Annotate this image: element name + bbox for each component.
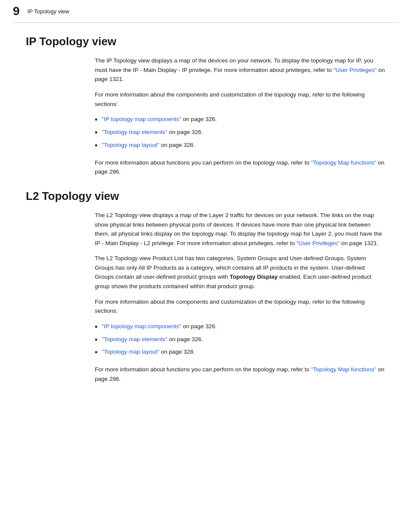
page-container: 9 IP Topology view IP Topology view The … — [0, 0, 411, 532]
ip-bullet-2-text: "Topology map elements" on page 326. — [102, 128, 203, 137]
l2-para-2: The L2 Topology view Product List has tw… — [95, 254, 385, 291]
l2-bullet-2-text: "Topology map elements" on page 326. — [102, 335, 203, 344]
chapter-title-header: IP Topology view — [28, 8, 69, 15]
user-privileges-link-1[interactable]: "User Privileges" — [333, 67, 377, 73]
ip-topology-components-link-2[interactable]: "IP topology map components" — [102, 323, 181, 330]
l2-footer-para: For more information about functions you… — [95, 365, 385, 383]
l2-para-3: For more information about the component… — [95, 297, 385, 316]
l2-topology-content: The L2 Topology view displays a map of t… — [95, 211, 385, 384]
l2-bullet-3-text: "Topology map layout" on page 328. — [102, 347, 195, 357]
main-content: IP Topology view The IP Topology view di… — [0, 23, 411, 407]
topology-display-bold: Topology Display — [230, 274, 278, 280]
topology-map-elements-link-2[interactable]: "Topology map elements" — [102, 336, 167, 342]
l2-bullet-list: "IP topology map components" on page 326… — [95, 322, 385, 359]
ip-para-1: The IP Topology view displays a map of t… — [95, 56, 385, 84]
topology-map-layout-link-2[interactable]: "Topology map layout" — [102, 348, 159, 355]
ip-topology-components-link-1[interactable]: "IP topology map components" — [102, 116, 181, 122]
ip-bullet-3-text: "Topology map layout" on page 328. — [102, 140, 195, 150]
l2-bullet-2: "Topology map elements" on page 326. — [95, 335, 385, 346]
ip-topology-content: The IP Topology view displays a map of t… — [95, 56, 385, 177]
topology-map-layout-link-1[interactable]: "Topology map layout" — [102, 142, 159, 148]
ip-bullet-2: "Topology map elements" on page 326. — [95, 128, 385, 139]
ip-bullet-3: "Topology map layout" on page 328. — [95, 140, 385, 152]
topology-map-functions-link-2[interactable]: "Topology Map functions" — [311, 366, 376, 373]
ip-para-2: For more information about the component… — [95, 90, 385, 109]
topology-map-elements-link-1[interactable]: "Topology map elements" — [102, 129, 167, 135]
ip-footer-para: For more information about functions you… — [95, 158, 385, 177]
ip-bullet-list: "IP topology map components" on page 326… — [95, 115, 385, 152]
user-privileges-link-2[interactable]: "User Privileges" — [296, 240, 339, 246]
ip-topology-heading: IP Topology view — [26, 35, 385, 48]
l2-topology-heading: L2 Topology view — [26, 190, 385, 203]
ip-bullet-1: "IP topology map components" on page 326… — [95, 115, 385, 126]
l2-bullet-1: "IP topology map components" on page 326… — [95, 322, 385, 333]
l2-bullet-1-text: "IP topology map components" on page 326… — [102, 322, 217, 331]
l2-bullet-3: "Topology map layout" on page 328. — [95, 347, 385, 359]
topology-map-functions-link-1[interactable]: "Topology Map functions" — [311, 159, 376, 166]
page-header: 9 IP Topology view — [0, 0, 411, 22]
l2-para-1: The L2 Topology view displays a map of t… — [95, 211, 385, 248]
chapter-number: 9 — [13, 5, 20, 17]
ip-bullet-1-text: "IP topology map components" on page 326… — [102, 115, 217, 124]
